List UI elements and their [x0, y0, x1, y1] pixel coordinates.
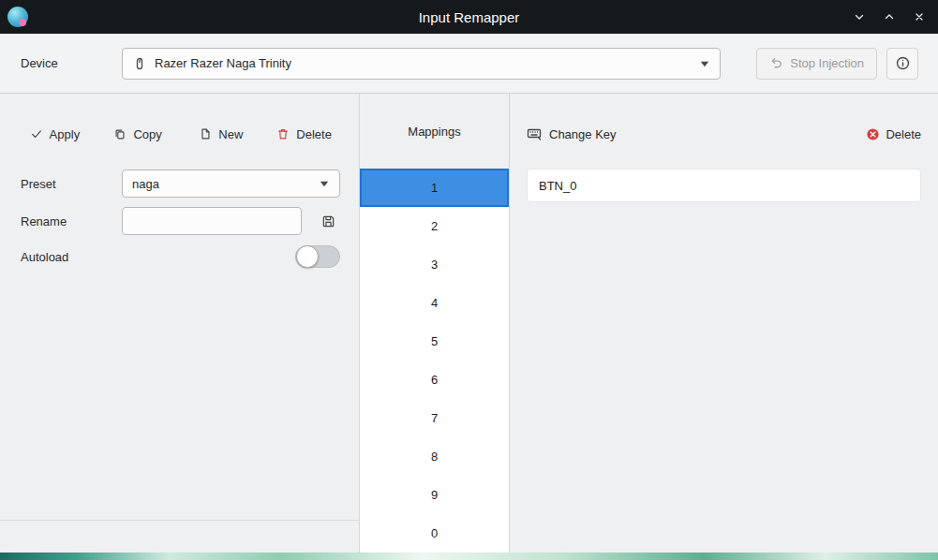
- editor-header: Change Key Delete: [527, 122, 921, 146]
- device-icon: [132, 56, 147, 71]
- mapping-item[interactable]: 3: [360, 245, 509, 284]
- delete-circle-icon: [866, 127, 880, 141]
- undo-icon: [769, 56, 783, 70]
- device-bar: Device Razer Razer Naga Trinity Stop Inj…: [0, 34, 938, 94]
- new-button[interactable]: New: [180, 127, 263, 141]
- trash-icon: [276, 127, 290, 140]
- chevron-down-icon: [699, 58, 710, 69]
- autoload-label: Autoload: [21, 250, 122, 264]
- info-icon: [895, 55, 911, 71]
- close-icon: [914, 11, 925, 22]
- preset-select-value: naga: [132, 177, 159, 191]
- new-document-icon: [199, 127, 212, 140]
- mapping-item[interactable]: 4: [360, 284, 509, 322]
- delete-preset-label: Delete: [296, 127, 332, 141]
- keyboard-icon: [527, 127, 542, 140]
- desktop-wallpaper: [0, 553, 938, 560]
- mapping-item[interactable]: 0: [360, 514, 509, 553]
- new-label: New: [218, 127, 243, 141]
- chevron-down-icon: [854, 11, 865, 22]
- preset-select[interactable]: naga: [122, 169, 340, 198]
- rename-label: Rename: [21, 214, 122, 228]
- stop-injection-button[interactable]: Stop Injection: [756, 48, 877, 80]
- preset-form: Preset naga Rename Autoload: [0, 169, 359, 271]
- titlebar: Input Remapper: [0, 0, 938, 34]
- mapping-editor: Change Key Delete BTN_0: [510, 94, 938, 553]
- delete-preset-button[interactable]: Delete: [262, 127, 346, 141]
- mapping-item[interactable]: 2: [360, 207, 509, 245]
- mapping-item[interactable]: 7: [360, 399, 509, 437]
- mappings-header: Mappings: [360, 94, 509, 169]
- change-key-button[interactable]: Change Key: [527, 127, 617, 141]
- floppy-save-icon: [321, 214, 335, 228]
- mapping-value-field[interactable]: BTN_0: [527, 169, 921, 202]
- copy-label: Copy: [133, 127, 161, 141]
- preset-panel: Apply Copy New Delete: [0, 94, 360, 553]
- toggle-knob: [296, 245, 319, 268]
- rename-row: Rename: [0, 207, 359, 235]
- preset-row: Preset naga: [0, 169, 359, 198]
- change-key-label: Change Key: [549, 127, 617, 141]
- autoload-toggle[interactable]: [295, 245, 340, 268]
- preset-toolbar: Apply Copy New Delete: [0, 122, 359, 146]
- mapping-item[interactable]: 8: [360, 437, 509, 476]
- app-logo-icon: [7, 7, 28, 27]
- mapping-value: BTN_0: [539, 179, 576, 193]
- mappings-list: 1 2 3 4 5 6 7 8 9 0: [360, 169, 509, 553]
- chevron-down-icon: [319, 178, 330, 189]
- device-label: Device: [21, 56, 122, 70]
- copy-button[interactable]: Copy: [97, 127, 180, 141]
- chevron-up-icon: [884, 11, 895, 22]
- info-button[interactable]: [886, 48, 918, 80]
- main-area: Apply Copy New Delete: [0, 94, 938, 553]
- apply-label: Apply: [50, 127, 81, 141]
- maximize-button[interactable]: [878, 6, 901, 28]
- divider: [0, 520, 359, 521]
- stop-injection-label: Stop Injection: [790, 56, 864, 70]
- device-select[interactable]: Razer Razer Naga Trinity: [122, 48, 721, 80]
- minimize-button[interactable]: [848, 6, 871, 28]
- mapping-item[interactable]: 6: [360, 361, 509, 399]
- mapping-item[interactable]: 5: [360, 322, 509, 361]
- close-button[interactable]: [908, 6, 931, 28]
- apply-button[interactable]: Apply: [13, 127, 97, 141]
- mapping-item[interactable]: 9: [360, 476, 509, 514]
- delete-mapping-button[interactable]: Delete: [866, 127, 921, 141]
- autoload-row: Autoload: [0, 243, 359, 271]
- device-select-value: Razer Razer Naga Trinity: [155, 56, 291, 70]
- mapping-item[interactable]: 1: [360, 169, 509, 207]
- check-icon: [30, 127, 43, 140]
- copy-icon: [113, 127, 127, 140]
- mappings-column: Mappings 1 2 3 4 5 6 7 8 9 0: [360, 94, 510, 553]
- delete-mapping-label: Delete: [886, 127, 921, 141]
- window-controls: [848, 6, 931, 28]
- save-rename-button[interactable]: [318, 211, 338, 231]
- rename-input[interactable]: [122, 207, 302, 235]
- preset-label: Preset: [21, 177, 122, 191]
- window-title: Input Remapper: [0, 9, 938, 25]
